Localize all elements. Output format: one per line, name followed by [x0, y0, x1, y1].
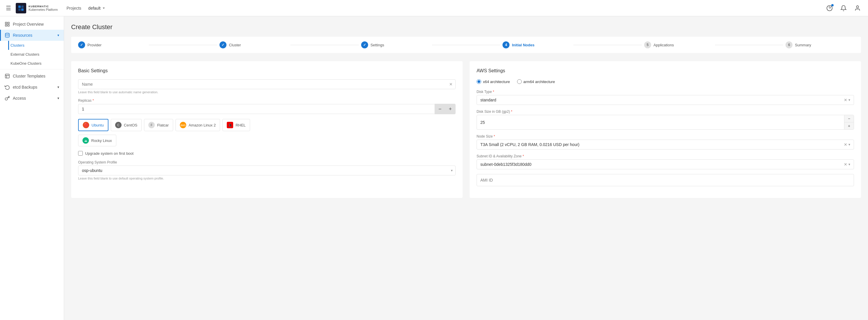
upgrade-checkbox-label[interactable]: Upgrade system on first boot [85, 151, 133, 156]
clear-name-icon[interactable]: ✕ [449, 82, 453, 87]
topnav-nav: Projects default [66, 6, 825, 10]
user-icon[interactable] [853, 3, 862, 13]
arm64-option[interactable]: arm64 architecture [517, 79, 555, 84]
resources-subitems: Clusters External Clusters KubeOne Clust… [8, 41, 64, 68]
step-initial-nodes[interactable]: 4 Initial Nodes [502, 41, 571, 49]
templates-icon [5, 73, 10, 79]
os-ubuntu-button[interactable]: 🔴 Ubuntu [78, 119, 108, 131]
brand-sub: Kubernetes Platform [29, 8, 58, 11]
sidebar-item-resources[interactable]: Resources ▾ [0, 30, 64, 41]
notifications-icon[interactable] [839, 3, 848, 13]
os-profile-group: Operating System Profile osp-ubuntu ▾ Le… [78, 160, 456, 180]
stepper: ✓ Provider ✓ Cluster ✓ Settings 4 Initia… [71, 37, 861, 53]
os-flatcar-button[interactable]: F Flatcar [144, 119, 173, 131]
disk-type-input[interactable] [480, 98, 844, 102]
step-label-applications: Applications [653, 43, 674, 47]
os-amazon-linux-2-button[interactable]: aws Amazon Linux 2 [176, 119, 220, 131]
ami-id-group [476, 174, 854, 186]
node-size-input[interactable] [480, 142, 844, 147]
os-rocky-linux-button[interactable]: ⛰ Rocky Linux [78, 135, 116, 146]
etcd-chevron: ▾ [57, 85, 59, 89]
sidebar-item-cluster-templates[interactable]: Cluster Templates [0, 70, 64, 82]
subnet-input[interactable] [480, 162, 844, 167]
sidebar-label-external-clusters: External Clusters [10, 52, 39, 57]
sidebar-label-project-overview: Project Overview [13, 22, 44, 27]
disk-type-clear-icon[interactable]: ✕ [844, 98, 847, 102]
sidebar-label-etcd-backups: etcd Backups [13, 85, 37, 90]
name-hint: Leave this field blank to use automatic … [78, 90, 456, 94]
menu-icon[interactable]: ☰ [6, 5, 11, 12]
name-input[interactable] [78, 79, 456, 89]
disk-size-decrement-button[interactable]: − [844, 115, 854, 122]
node-size-wrap: ✕ ▾ [476, 139, 854, 150]
sidebar-item-project-overview[interactable]: Project Overview [0, 19, 64, 30]
basic-settings-card: Basic Settings ✕ Leave this field blank … [71, 61, 463, 198]
replicas-input[interactable] [78, 104, 435, 114]
step-circle-applications: 5 [644, 41, 651, 49]
sidebar-label-clusters: Clusters [10, 43, 25, 47]
step-settings[interactable]: ✓ Settings [361, 41, 430, 49]
disk-type-wrap: ✕ ▾ [476, 95, 854, 105]
rhel-label: RHEL [236, 123, 246, 127]
sidebar-subitem-kubeone-clusters[interactable]: KubeOne Clusters [8, 59, 64, 68]
sidebar-label-kubeone-clusters: KubeOne Clusters [10, 61, 41, 66]
upgrade-checkbox[interactable] [78, 151, 83, 156]
step-connector-5 [715, 45, 783, 45]
step-applications[interactable]: 5 Applications [644, 41, 713, 49]
x64-label: x64 architecture [483, 79, 510, 84]
os-centos-button[interactable]: C CentOS [111, 119, 142, 131]
layout: Project Overview Resources ▾ Clusters Ex… [0, 16, 868, 320]
basic-settings-title: Basic Settings [78, 68, 456, 73]
node-size-clear-icon[interactable]: ✕ [844, 142, 847, 147]
svg-rect-8 [8, 22, 9, 24]
logo: KUBERMATIC Kubernetes Platform [16, 3, 58, 13]
logo-text: KUBERMATIC Kubernetes Platform [29, 5, 58, 11]
topnav: ☰ KUBERMATIC Kubernetes Platform Project… [0, 0, 868, 16]
sidebar-item-etcd-backups[interactable]: etcd Backups ▾ [0, 82, 64, 93]
disk-type-expand-icon[interactable]: ▾ [848, 98, 850, 102]
subnet-clear-icon[interactable]: ✕ [844, 162, 847, 167]
os-rhel-button[interactable]: 🎩 RHEL [222, 119, 250, 131]
node-size-expand-icon[interactable]: ▾ [848, 142, 850, 147]
name-field-wrap: ✕ [78, 79, 456, 89]
sidebar-subitem-external-clusters[interactable]: External Clusters [8, 50, 64, 59]
x64-option[interactable]: x64 architecture [476, 79, 510, 84]
disk-size-group: Disk Size in GB (gp2) * − + [476, 109, 854, 130]
node-size-label: Node Size * [476, 134, 854, 138]
subnet-expand-icon[interactable]: ▾ [848, 162, 850, 166]
replicas-wrap: − + [78, 104, 456, 114]
centos-icon: C [115, 122, 122, 128]
os-profile-label: Operating System Profile [78, 160, 456, 164]
replicas-field-group: Replicas * − + [78, 98, 456, 114]
replicas-increment-button[interactable]: + [445, 104, 456, 114]
ubuntu-label: Ubuntu [92, 123, 104, 127]
step-summary[interactable]: 6 Summary [785, 41, 854, 49]
rocky-linux-label: Rocky Linux [91, 138, 112, 143]
step-cluster[interactable]: ✓ Cluster [219, 41, 288, 49]
svg-rect-10 [8, 25, 9, 26]
centos-label: CentOS [124, 123, 137, 127]
subnet-group: Subnet ID & Availability Zone * ✕ ▾ [476, 154, 854, 169]
ami-id-input[interactable] [480, 178, 850, 183]
disk-size-increment-button[interactable]: + [844, 122, 854, 129]
sidebar-subitem-clusters[interactable]: Clusters [8, 41, 64, 50]
os-profile-select[interactable]: osp-ubuntu [78, 165, 456, 175]
svg-rect-12 [5, 74, 9, 78]
step-connector-1 [149, 45, 217, 45]
sidebar-item-access[interactable]: Access ▾ [0, 93, 64, 104]
replicas-decrement-button[interactable]: − [435, 104, 445, 114]
resources-chevron: ▾ [57, 33, 59, 37]
brand-name: KUBERMATIC [29, 5, 58, 8]
page-title: Create Cluster [71, 23, 861, 31]
disk-size-label: Disk Size in GB (gp2) * [476, 109, 854, 114]
sidebar-label-cluster-templates: Cluster Templates [13, 74, 45, 78]
arm64-radio[interactable] [517, 79, 522, 84]
disk-type-label: Disk Type * [476, 90, 854, 94]
projects-link[interactable]: Projects [66, 6, 81, 10]
step-circle-cluster: ✓ [219, 41, 226, 49]
step-provider[interactable]: ✓ Provider [78, 41, 147, 49]
support-icon[interactable] [825, 3, 834, 13]
flatcar-label: Flatcar [157, 123, 169, 127]
x64-radio[interactable] [476, 79, 481, 84]
disk-size-input[interactable] [477, 118, 844, 127]
